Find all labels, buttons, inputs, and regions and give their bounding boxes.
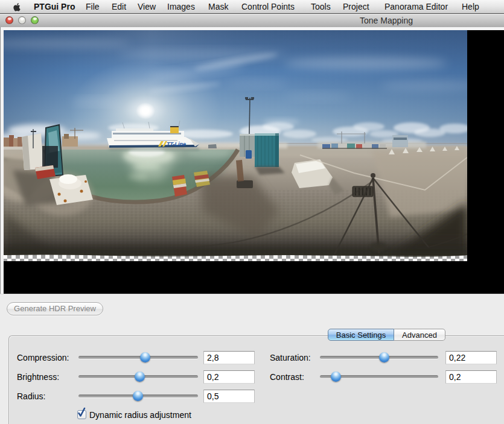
- svg-text:TT-Line: TT-Line: [167, 141, 186, 147]
